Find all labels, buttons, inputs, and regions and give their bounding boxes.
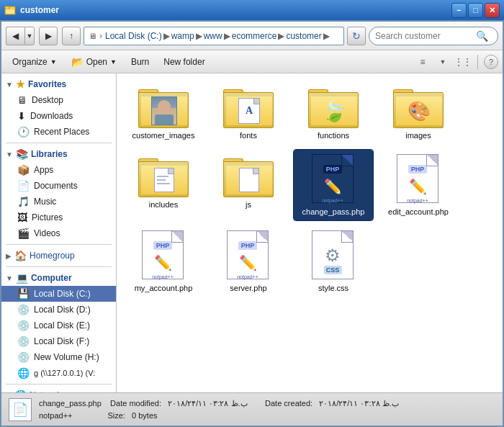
burn-button[interactable]: Burn	[125, 53, 156, 71]
list-item[interactable]: js	[209, 150, 288, 220]
status-filename: change_pass.php	[39, 399, 102, 408]
sidebar-item-documents[interactable]: 📄 Documents	[1, 178, 116, 194]
main-window: ◀ ▼ ▶ ↑ 🖥 › Local Disk (C:) ▶ wamp ▶ www…	[0, 20, 504, 427]
computer-header[interactable]: ▼ 💻 Computer	[1, 270, 116, 286]
search-box[interactable]: 🔍	[369, 27, 498, 45]
status-file-icon: 📄	[9, 398, 32, 421]
search-icon[interactable]: 🔍	[476, 30, 488, 42]
desktop-icon: 🖥	[17, 94, 27, 106]
list-item[interactable]: customer_images	[124, 81, 203, 144]
close-button[interactable]: ✕	[485, 3, 500, 18]
network-header[interactable]: ▶ 🌐 Network	[1, 387, 116, 392]
libraries-section: ▼ 📚 Libraries 📦 Apps 📄 Documents 🎵 Music	[1, 146, 116, 241]
homegroup-header[interactable]: ▶ 🏠 Homegroup	[1, 248, 116, 264]
organize-button[interactable]: Organize ▼	[6, 53, 63, 71]
sidebar: ▼ ★ Favorites 🖥 Desktop ⬇ Downloads 🕐 Re…	[1, 73, 117, 392]
file-name-server: server.php	[230, 284, 266, 292]
folder-fonts-icon: A	[223, 85, 274, 128]
downloads-icon: ⬇	[17, 110, 26, 122]
view-list-button[interactable]: ≡	[414, 53, 431, 71]
back-dropdown-button[interactable]: ▼	[24, 27, 35, 45]
refresh-button[interactable]: ↻	[347, 27, 366, 45]
sidebar-item-local-disk-c[interactable]: 💾 Local Disk (C:)	[1, 286, 116, 302]
sidebar-item-videos[interactable]: 🎬 Videos	[1, 225, 116, 241]
file-name-functions: functions	[318, 131, 349, 140]
view-dropdown-button[interactable]: ▼	[434, 53, 451, 71]
window-title: customer	[20, 5, 451, 15]
local-disk-e-icon: 💿	[17, 320, 30, 331]
view-details-button[interactable]: ⋮⋮	[454, 53, 472, 71]
sidebar-item-music[interactable]: 🎵 Music	[1, 194, 116, 210]
homegroup-toggle: ▶	[6, 252, 12, 260]
apps-icon: 📦	[17, 164, 30, 176]
list-item[interactable]: 🍃 functions	[294, 81, 373, 144]
file-name-customer-images: customer_images	[132, 131, 195, 140]
sidebar-item-desktop[interactable]: 🖥 Desktop	[1, 92, 116, 108]
homegroup-section: ▶ 🏠 Homegroup	[1, 248, 116, 264]
favorites-header[interactable]: ▼ ★ Favorites	[1, 76, 116, 92]
css-style-icon: ⚙ CSS	[312, 230, 355, 281]
pictures-icon: 🖼	[17, 212, 27, 223]
list-item[interactable]: PHP ✏️ notpad++ change_pass.php	[294, 150, 373, 220]
list-item[interactable]: ⚙ CSS style.css	[294, 226, 373, 297]
sidebar-item-local-disk-d[interactable]: 💿 Local Disk (D:)	[1, 302, 116, 318]
address-bar: ◀ ▼ ▶ ↑ 🖥 › Local Disk (C:) ▶ wamp ▶ www…	[1, 22, 503, 50]
list-item[interactable]: includes	[124, 150, 203, 220]
sidebar-item-local-disk-f[interactable]: 💿 Local Disk (F:)	[1, 333, 116, 349]
computer-icon: 💻	[16, 272, 28, 284]
back-button[interactable]: ◀	[6, 27, 24, 45]
favorites-toggle: ▼	[6, 81, 13, 89]
organize-dropdown-icon: ▼	[50, 58, 57, 66]
sidebar-item-pictures[interactable]: 🖼 Pictures	[1, 210, 116, 225]
favorites-star-icon: ★	[16, 78, 25, 90]
nav-buttons: ◀ ▼	[6, 27, 35, 45]
status-line-1: change_pass.php Date modified: ۲۰۱۸/۲۴/۱…	[39, 397, 399, 410]
search-input[interactable]	[375, 31, 476, 41]
window-icon	[4, 4, 16, 16]
computer-toggle: ▼	[6, 274, 13, 282]
address-path[interactable]: 🖥 › Local Disk (C:) ▶ wamp ▶ www ▶ ecomm…	[84, 27, 344, 45]
status-line-2: notpad++ Size: 0 bytes	[39, 410, 399, 422]
svg-rect-2	[6, 9, 14, 14]
g-network-icon: 🌐	[17, 367, 30, 379]
list-item[interactable]: PHP ✏️ notpad++ server.php	[209, 226, 288, 297]
file-name-change-pass: change_pass.php	[302, 207, 365, 216]
libraries-header[interactable]: ▼ 📚 Libraries	[1, 146, 116, 162]
local-disk-c-icon: 💾	[17, 288, 30, 300]
music-icon: 🎵	[17, 196, 30, 207]
up-button[interactable]: ↑	[62, 27, 81, 45]
open-button[interactable]: 📂 Open ▼	[65, 53, 123, 71]
sidebar-item-recent-places[interactable]: 🕐 Recent Places	[1, 124, 116, 140]
list-item[interactable]: 🎨 images	[379, 81, 458, 144]
php-change-pass-icon: PHP ✏️ notpad++	[312, 154, 355, 204]
sidebar-item-g-network[interactable]: 🌐 g (\\127.0.0.1) (V:	[1, 365, 116, 381]
sidebar-item-downloads[interactable]: ⬇ Downloads	[1, 108, 116, 124]
open-dropdown-icon: ▼	[110, 58, 117, 66]
documents-icon: 📄	[17, 180, 30, 192]
list-item[interactable]: PHP ✏️ notpad++ edit_account.php	[379, 150, 458, 220]
local-disk-d-icon: 💿	[17, 304, 30, 315]
php-my-account-icon: PHP ✏️ notpad++	[142, 230, 185, 281]
window-controls: − □ ✕	[451, 3, 500, 18]
new-volume-h-icon: 💿	[17, 351, 30, 363]
sidebar-item-local-disk-e[interactable]: 💿 Local Disk (E:)	[1, 318, 116, 333]
maximize-button[interactable]: □	[468, 3, 483, 18]
path-icon: 🖥	[89, 32, 96, 40]
php-edit-account-icon: PHP ✏️ notpad++	[397, 154, 440, 204]
divider-2	[6, 244, 112, 245]
file-name-js: js	[246, 200, 251, 209]
sidebar-item-new-volume-h[interactable]: 💿 New Volume (H:)	[1, 349, 116, 365]
new-folder-button[interactable]: New folder	[157, 53, 211, 71]
minimize-button[interactable]: −	[451, 3, 467, 18]
status-bar: 📄 change_pass.php Date modified: ۲۰۱۸/۲۴…	[1, 392, 503, 426]
toolbar-right: ≡ ▼ ⋮⋮ ?	[414, 53, 498, 71]
file-name-includes: includes	[149, 200, 178, 209]
sidebar-item-apps[interactable]: 📦 Apps	[1, 162, 116, 178]
help-button[interactable]: ?	[484, 55, 498, 69]
list-item[interactable]: PHP ✏️ notpad++ my_account.php	[124, 226, 203, 297]
forward-button[interactable]: ▶	[39, 27, 58, 45]
list-item[interactable]: A fonts	[209, 81, 288, 144]
divider-4	[6, 384, 112, 385]
title-bar: customer − □ ✕	[0, 0, 504, 20]
recent-places-icon: 🕐	[17, 126, 30, 138]
